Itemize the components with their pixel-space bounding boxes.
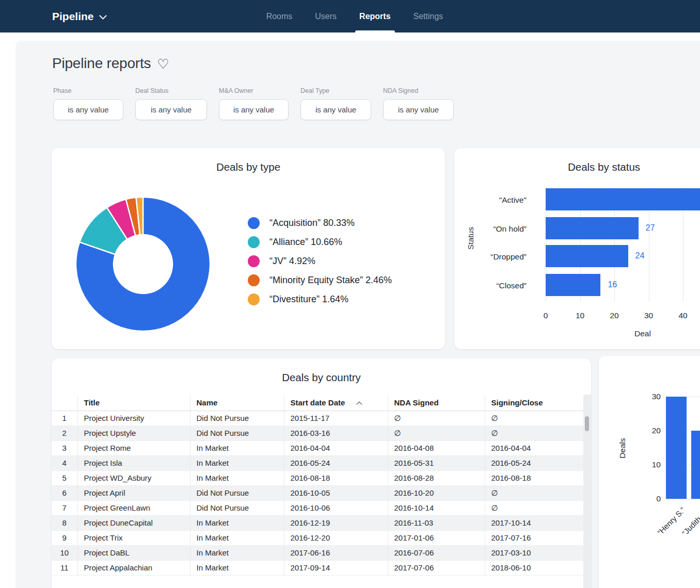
filter-value-button[interactable]: is any value — [219, 99, 289, 120]
table-cell: Project Appalachian — [77, 560, 190, 575]
legend-item[interactable]: “JV” 4.92% — [248, 255, 392, 267]
column-header[interactable]: Name — [190, 395, 284, 411]
table-cell: 2017-06-16 — [284, 545, 388, 560]
filter-value-button[interactable]: is any value — [383, 99, 454, 120]
table-cell: 2016-04-08 — [388, 440, 485, 455]
owner-bar[interactable] — [691, 431, 700, 499]
table-cell: 2018-06-10 — [485, 560, 584, 575]
filter-value-button[interactable]: is any value — [300, 99, 371, 120]
table-cell: 2016-08-18 — [485, 470, 584, 485]
column-header[interactable]: NDA Signed — [388, 395, 485, 411]
report-panel: Pipeline reports ♡ Phaseis any valueDeal… — [15, 41, 700, 588]
legend-item[interactable]: “Divestiture” 1.64% — [248, 293, 392, 305]
legend-item[interactable]: “Alliance” 10.66% — [248, 236, 392, 248]
table-cell: Did Not Pursue — [190, 500, 284, 515]
table-cell: 4 — [52, 455, 77, 470]
column-header[interactable]: Signing/Close — [485, 395, 584, 411]
favorite-heart-icon[interactable]: ♡ — [157, 57, 169, 71]
table-cell: Project DaBL — [77, 545, 190, 560]
deals-by-owner-card: Deals 0102030 “Henry S.”“Judith G.”“ — [599, 356, 700, 588]
column-header[interactable] — [52, 395, 77, 411]
legend-item[interactable]: “Minority Equity Stake” 2.46% — [248, 274, 392, 286]
deals-by-country-title: Deals by country — [52, 371, 591, 384]
x-tick-label: 20 — [610, 311, 618, 320]
table-cell: ∅ — [388, 411, 485, 426]
table-cell: 2016-08-18 — [284, 470, 388, 485]
table-row: 5Project WD_AsburyIn Market2016-08-18201… — [52, 470, 584, 485]
table-cell: Project Isla — [77, 455, 190, 470]
table-cell: Did Not Pursue — [190, 411, 284, 426]
table-cell: 6 — [52, 485, 77, 500]
table-scrollbar-thumb[interactable] — [585, 416, 589, 431]
table-cell: Project University — [77, 411, 190, 426]
table-cell: 2017-09-14 — [284, 560, 388, 575]
table-cell: 1 — [52, 411, 77, 426]
x-tick-label: 40 — [678, 311, 687, 320]
table-cell: ∅ — [388, 426, 485, 440]
legend-label: “Minority Equity Stake” 2.46% — [269, 275, 392, 286]
status-bar[interactable] — [546, 188, 700, 210]
legend-label: “Acquisition” 80.33% — [269, 218, 355, 228]
baseline — [666, 499, 700, 499]
table-cell: 2016-10-14 — [388, 500, 485, 515]
table-cell: In Market — [190, 455, 284, 470]
table-cell: 2016-08-28 — [388, 470, 485, 485]
table-cell: 2017-01-06 — [388, 530, 485, 545]
status-bar[interactable] — [546, 274, 600, 296]
owner-bar[interactable] — [666, 397, 687, 499]
nav-tab-reports[interactable]: Reports — [359, 0, 390, 32]
deals-by-status-card: Deals by status Status "Active"“On hold”… — [454, 148, 700, 349]
status-bar-plot: 272416 — [546, 187, 700, 302]
primary-nav: RoomsUsersReportsSettings — [0, 0, 700, 32]
nav-tab-users[interactable]: Users — [315, 0, 337, 32]
table-cell: ∅ — [485, 485, 584, 500]
status-bar[interactable] — [546, 245, 628, 267]
filter-value-button[interactable]: is any value — [53, 99, 123, 120]
legend-color-dot — [248, 255, 260, 267]
legend-label: “Alliance” 10.66% — [269, 237, 342, 248]
donut-legend: “Acquisition” 80.33%“Alliance” 10.66%“JV… — [248, 217, 392, 305]
status-category-label: “Dropped” — [454, 252, 527, 262]
active-tab-indicator — [355, 30, 394, 32]
table-cell: Did Not Pursue — [190, 426, 284, 440]
x-tick-label: 10 — [576, 311, 584, 320]
table-row: 4Project IslaIn Market2016-05-242016-05-… — [52, 455, 584, 470]
filter-deal-status: Deal Statusis any value — [135, 87, 207, 120]
filter-value-button[interactable]: is any value — [135, 99, 207, 120]
legend-color-dot — [248, 293, 260, 305]
table-cell: 8 — [52, 515, 77, 530]
table-row: 6Project AprilDid Not Pursue2016-10-0520… — [52, 485, 584, 500]
nav-tab-settings[interactable]: Settings — [413, 0, 443, 32]
legend-color-dot — [248, 217, 260, 229]
bar-value-label: 16 — [608, 280, 617, 289]
nav-tab-label: Rooms — [266, 12, 293, 21]
table-scrollbar[interactable] — [583, 395, 591, 588]
table-cell: 5 — [52, 470, 77, 485]
column-header[interactable]: Title — [77, 395, 190, 411]
legend-color-dot — [248, 274, 260, 286]
table-cell: Project DuneCapital — [77, 515, 190, 530]
table-row: 9Project TrixIn Market2016-12-202017-01-… — [52, 530, 584, 545]
status-bar[interactable] — [546, 217, 639, 239]
legend-item[interactable]: “Acquisition” 80.33% — [248, 217, 392, 229]
legend-label: “Divestiture” 1.64% — [269, 294, 348, 305]
table-cell: 2015-11-17 — [284, 411, 388, 426]
table-cell: 2016-12-19 — [284, 515, 388, 530]
table-cell: 2 — [52, 426, 77, 440]
column-header[interactable]: Start date Date — [284, 395, 388, 411]
y-tick-label: 0 — [635, 494, 661, 503]
table-cell: ∅ — [485, 426, 584, 440]
table-row: 8Project DuneCapitalIn Market2016-12-192… — [52, 515, 584, 530]
y-tick-label: 30 — [635, 392, 661, 401]
table-cell: 2016-10-05 — [284, 485, 388, 500]
table-row: 2Project UpstyleDid Not Pursue2016-03-16… — [52, 426, 584, 440]
nav-tab-rooms[interactable]: Rooms — [266, 0, 293, 32]
filter-m-a-owner: M&A Owneris any value — [219, 87, 289, 120]
table-cell: 2017-07-06 — [388, 560, 485, 575]
table-cell: 2016-07-06 — [388, 545, 485, 560]
top-navbar: Pipeline RoomsUsersReportsSettings — [0, 0, 700, 32]
table-cell: 2016-03-16 — [284, 426, 388, 440]
table-cell: 2016-04-04 — [485, 440, 584, 455]
filter-label: M&A Owner — [219, 87, 289, 94]
table-row: 10Project DaBLIn Market2017-06-162016-07… — [52, 545, 584, 560]
